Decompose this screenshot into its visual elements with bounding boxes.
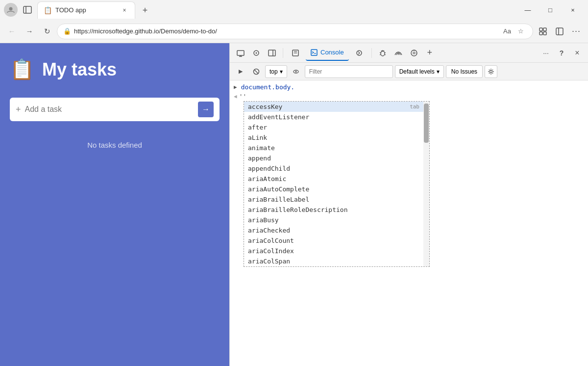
svg-point-0	[9, 7, 13, 11]
autocomplete-item[interactable]: ariaColSpan	[244, 256, 423, 266]
address-bar[interactable]: 🔒 https://microsoftedge.github.io/Demos/…	[57, 24, 533, 39]
autocomplete-item[interactable]: ariaAtomic	[244, 174, 423, 184]
tab-sources[interactable]	[351, 45, 368, 61]
autocomplete-item[interactable]: animate	[244, 143, 423, 153]
autocomplete-item[interactable]: aLink	[244, 132, 423, 143]
console-back-arrow[interactable]: ◀	[234, 93, 237, 100]
collections-button[interactable]	[535, 24, 551, 39]
active-tab[interactable]: 📋 TODO app ×	[37, 1, 135, 19]
console-settings-button[interactable]	[485, 65, 497, 78]
toolbar-separator-1	[283, 48, 283, 58]
main-area: 📋 My tasks + → No tasks defined	[0, 43, 588, 366]
autocomplete-item[interactable]: append	[244, 153, 423, 163]
console-line-2: ◀ ''	[234, 92, 584, 101]
browser-window: 📋 TODO app × + — □ × ← → ↻ 🔒 https://mic…	[0, 0, 588, 366]
svg-line-27	[385, 52, 386, 53]
devtools-responsive-button[interactable]	[234, 46, 247, 60]
back-button[interactable]: ←	[4, 24, 20, 39]
devtools-toolbar-right: ··· ? ×	[539, 46, 584, 60]
svg-rect-6	[543, 32, 546, 35]
close-button[interactable]: ×	[562, 0, 584, 20]
tab-close-button[interactable]: ×	[120, 6, 129, 15]
svg-point-38	[295, 71, 296, 72]
autocomplete-item[interactable]: ariaBusy	[244, 215, 423, 225]
autocomplete-item[interactable]: ariaColIndex	[244, 246, 423, 256]
autocomplete-item-text: ariaBrailleRoleDescription	[248, 206, 348, 213]
autocomplete-item[interactable]: addEventListener	[244, 112, 423, 122]
console-clear-button[interactable]	[249, 65, 263, 78]
autocomplete-item-text: animate	[248, 144, 275, 152]
autocomplete-item[interactable]: ariaBrailleLabel	[244, 194, 423, 205]
autocomplete-item[interactable]: ariaAutoComplete	[244, 184, 423, 194]
autocomplete-item-text: ariaColSpan	[248, 258, 290, 265]
devtools-add-button[interactable]: +	[423, 46, 437, 60]
svg-point-32	[413, 52, 415, 54]
tab-console[interactable]: Console	[306, 45, 349, 61]
autocomplete-item[interactable]: ariaChecked	[244, 225, 423, 235]
no-issues-badge: No Issues	[446, 65, 483, 78]
autocomplete-item[interactable]: after	[244, 122, 423, 132]
profile-avatar[interactable]	[4, 3, 18, 17]
autocomplete-item-text: ariaAutoComplete	[248, 185, 309, 193]
devtools-more-button[interactable]: ···	[539, 46, 553, 60]
new-tab-button[interactable]: +	[137, 3, 153, 19]
autocomplete-item-text: ariaBrailleLabel	[248, 196, 309, 203]
forward-button[interactable]: →	[22, 24, 37, 39]
favorites-icon[interactable]: ☆	[515, 26, 527, 37]
devtools-close-button[interactable]: ×	[570, 46, 584, 60]
devtools-performance-button[interactable]	[407, 46, 421, 60]
console-levels-dropdown[interactable]: Default levels ▾	[395, 65, 444, 78]
svg-line-29	[385, 54, 386, 55]
devtools-bug-button[interactable]	[376, 46, 390, 60]
refresh-button[interactable]: ↻	[39, 24, 55, 39]
maximize-button[interactable]: □	[539, 0, 562, 20]
console-forward-button[interactable]: ▶	[234, 65, 247, 78]
autocomplete-item[interactable]: ariaColCount	[244, 235, 423, 246]
console-cursor-text: ''	[239, 93, 247, 100]
tab-favicon: 📋	[44, 6, 51, 14]
autocomplete-item[interactable]: ariaBrailleRoleDescription	[244, 205, 423, 215]
add-task-button[interactable]: →	[198, 102, 214, 117]
svg-rect-14	[269, 50, 275, 56]
console-filter-input[interactable]	[305, 65, 393, 78]
console-line-1: ▶ document.body.	[234, 82, 584, 92]
devtools-help-button[interactable]: ?	[555, 46, 568, 60]
tab-elements[interactable]	[287, 45, 304, 61]
navbar: ← → ↻ 🔒 https://microsoftedge.github.io/…	[0, 20, 588, 43]
autocomplete-item-text: ariaColCount	[248, 237, 294, 244]
app-icon: 📋	[10, 58, 34, 81]
devtools-area: Console + ··· ?	[229, 43, 588, 366]
task-input[interactable]	[25, 105, 194, 114]
autocomplete-scrollbar-thumb[interactable]	[424, 104, 429, 143]
devtools-network-button[interactable]	[392, 46, 405, 60]
console-context-dropdown[interactable]: top ▾	[265, 65, 287, 78]
minimize-button[interactable]: —	[516, 0, 539, 20]
svg-rect-9	[237, 51, 244, 55]
console-expression: document.body.	[241, 83, 295, 91]
devtools-main-toolbar: Console + ··· ?	[230, 43, 588, 63]
autocomplete-item-text: ariaChecked	[248, 227, 290, 234]
tab-title: TODO app	[55, 6, 116, 14]
autocomplete-item-text: after	[248, 124, 267, 131]
devtools-inspect-button[interactable]	[249, 46, 263, 60]
no-tasks-text: No tasks defined	[10, 141, 220, 149]
app-title: My tasks	[42, 59, 117, 80]
autocomplete-scrollbar[interactable]	[423, 102, 429, 266]
autocomplete-item[interactable]: accessKeytab	[244, 102, 423, 112]
autocomplete-item-text: ariaBusy	[248, 216, 279, 224]
sidebar-toggle-button[interactable]	[22, 4, 33, 16]
autocomplete-list: accessKeytabaddEventListenerafteraLinkan…	[244, 102, 423, 266]
window-controls: — □ ×	[516, 0, 584, 20]
autocomplete-item[interactable]: appendChild	[244, 163, 423, 174]
console-context-arrow: ▾	[280, 68, 283, 75]
console-levels-label: Default levels	[399, 68, 435, 75]
more-button[interactable]: ···	[568, 24, 584, 39]
console-expand-arrow[interactable]: ▶	[234, 84, 237, 90]
read-aloud-icon[interactable]: Aa	[501, 26, 513, 37]
devtools-sidebar-button[interactable]	[265, 46, 279, 60]
profile-button[interactable]	[552, 24, 567, 39]
autocomplete-item-text: accessKey	[248, 103, 282, 110]
autocomplete-wrapper: accessKeytabaddEventListenerafteraLinkan…	[244, 101, 584, 267]
console-eye-button[interactable]	[289, 65, 303, 78]
autocomplete-item-text: addEventListener	[248, 113, 309, 121]
